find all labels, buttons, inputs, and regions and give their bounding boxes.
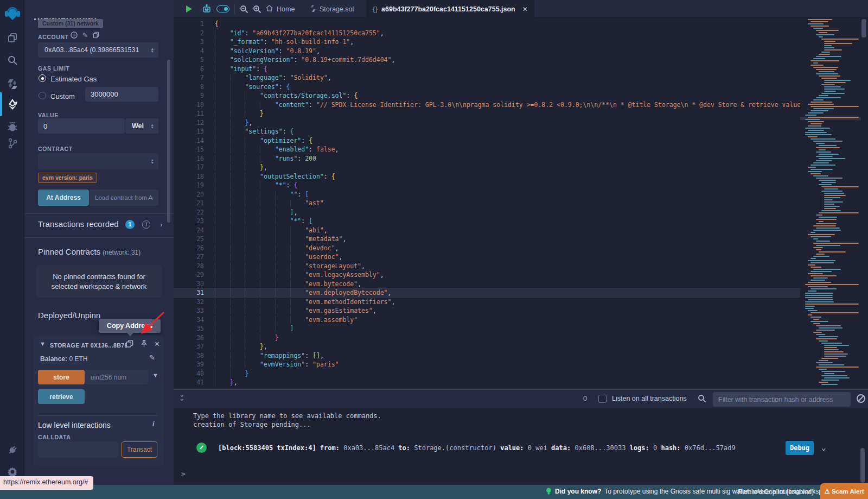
close-contract-icon[interactable]: ✕ (154, 340, 160, 348)
code-line[interactable]: }, (215, 378, 868, 387)
remix-logo-icon[interactable] (0, 4, 24, 23)
expand-terminal-icon[interactable]: ⌄⌄ (180, 393, 184, 400)
at-address-input[interactable] (90, 190, 158, 206)
at-address-button[interactable]: At Address (38, 190, 89, 206)
code-line[interactable]: "metadata", (215, 235, 868, 244)
code-line[interactable]: "settings": { (215, 127, 868, 136)
code-line[interactable]: { (215, 20, 868, 29)
expand-store-chevron-icon[interactable]: ▼ (152, 372, 158, 378)
collapse-contract-chevron-icon[interactable]: ▼ (40, 340, 46, 347)
panel-scrollbar[interactable] (167, 60, 170, 223)
code-line[interactable]: "ast" (215, 199, 868, 208)
code-line[interactable]: } (215, 333, 868, 343)
code-line[interactable]: "outputSelection": { (215, 172, 868, 181)
code-line[interactable]: "*": { (215, 181, 868, 190)
store-button[interactable]: store (38, 370, 85, 384)
code-line[interactable]: "optimizer": { (215, 136, 868, 146)
copy-account-icon[interactable] (93, 31, 99, 40)
terminal-prompt[interactable]: > (181, 470, 186, 478)
minimap-line (821, 375, 847, 376)
code-line[interactable]: "storageLayout", (215, 262, 868, 271)
transact-button[interactable]: Transact (122, 441, 157, 458)
code-line[interactable]: } (215, 369, 868, 378)
close-tab-icon[interactable]: ✕ (522, 5, 528, 13)
expand-transactions-chevron-icon[interactable]: › (160, 220, 162, 229)
run-script-icon[interactable] (182, 0, 195, 18)
code-line[interactable]: "userdoc", (215, 252, 868, 262)
debugger-icon[interactable] (0, 117, 24, 136)
tab-home[interactable]: Home (259, 0, 301, 18)
contract-select[interactable]: ▲▼ (38, 153, 158, 169)
code-line[interactable]: "": [ (215, 190, 868, 199)
code-line[interactable]: "evm.assembly" (215, 315, 868, 325)
file-explorer-icon[interactable] (0, 28, 24, 47)
code-line[interactable]: }, (215, 118, 868, 128)
info-icon[interactable]: i (152, 420, 154, 428)
estimated-gas-radio[interactable] (39, 74, 46, 82)
copy-address-icon[interactable] (126, 339, 133, 350)
code-line[interactable]: ] (215, 324, 868, 333)
code-line[interactable]: "evm.deployedBytecode", (174, 288, 801, 298)
plugin-manager-icon[interactable] (0, 441, 24, 459)
value-input[interactable] (38, 118, 125, 134)
code-line[interactable]: } (215, 109, 868, 118)
code-line[interactable]: "evm.methodIdentifiers", (215, 298, 868, 307)
code-line[interactable]: "input": { (215, 65, 868, 74)
remixai-robot-icon[interactable] (200, 0, 214, 18)
ai-copilot-toggle[interactable] (215, 0, 231, 18)
code-line[interactable]: "id": "a69b43f277ba20fcac141151250ca755"… (215, 29, 868, 38)
retrieve-button[interactable]: retrieve (38, 389, 85, 404)
code-line[interactable]: ], (215, 208, 868, 217)
debug-button[interactable]: Debug (786, 441, 814, 455)
info-icon[interactable]: i (142, 220, 150, 229)
scam-alert-button[interactable]: ⚠ Scam Alert (820, 483, 868, 499)
edit-account-icon[interactable]: ✎ (82, 31, 88, 40)
custom-gas-radio[interactable] (39, 92, 46, 99)
code-line[interactable]: }, (215, 163, 868, 172)
store-arg-input[interactable] (85, 370, 148, 384)
zoom-out-icon[interactable] (238, 0, 251, 18)
code-line[interactable]: "runs": 200 (215, 154, 868, 163)
code-line[interactable]: "devdoc", (215, 244, 868, 253)
listen-all-checkbox[interactable] (598, 395, 607, 403)
transaction-log-row[interactable]: ✓ [block:5583405 txIndex:4] from: 0xa03.… (193, 439, 850, 457)
solidity-compiler-icon[interactable] (0, 75, 24, 93)
transactions-recorded-row[interactable]: Transactions recorded 1 i › (38, 219, 163, 229)
deploy-and-run-icon[interactable] (0, 95, 24, 113)
tab-build-info-json[interactable]: { } a69b43f277ba20fcac141151250ca755.jso… (366, 0, 534, 18)
pin-contract-icon[interactable] (141, 339, 148, 350)
transaction-filter-input[interactable] (713, 392, 851, 407)
code-line[interactable]: "evmVersion": "paris" (215, 360, 868, 369)
edit-balance-icon[interactable]: ✎ (149, 353, 155, 362)
search-icon[interactable] (0, 51, 24, 70)
clear-console-icon[interactable] (857, 394, 865, 403)
calldata-input[interactable] (38, 441, 118, 458)
add-account-icon[interactable] (71, 31, 78, 40)
code-line[interactable]: "solcVersion": "0.8.19", (215, 47, 868, 56)
code-line[interactable]: "contracts/Storage.sol": { (215, 91, 868, 100)
copilot-status[interactable]: RemixAI Copilot (enabled) (738, 488, 814, 496)
editor-scrollbar[interactable] (861, 19, 866, 37)
value-unit-select[interactable]: Wei ▲▼ (125, 118, 158, 134)
code-line[interactable]: "_format": "hh-sol-build-info-1", (215, 37, 868, 47)
code-line[interactable]: "content": "// SPDX-License-Identifier: … (215, 100, 868, 110)
minimap[interactable] (800, 18, 861, 389)
terminal-scrollbar[interactable] (860, 448, 865, 483)
account-select[interactable]: 0xA03...85ac4 (0.39866531531 ▲▼ (38, 42, 158, 58)
git-icon[interactable] (0, 134, 24, 153)
code-line[interactable]: "evm.gasEstimates", (215, 306, 868, 315)
custom-gas-input[interactable] (85, 87, 158, 102)
code-line[interactable]: "remappings": [], (215, 351, 868, 361)
code-line[interactable]: "enabled": false, (215, 145, 868, 154)
code-line[interactable]: "evm.bytecode", (215, 280, 868, 289)
code-line[interactable]: "evm.legacyAssembly", (215, 270, 868, 280)
code-editor[interactable]: 1234567891011121314151617181920212223242… (174, 18, 868, 389)
code-line[interactable]: "language": "Solidity", (215, 73, 868, 83)
code-line[interactable]: "solcLongVersion": "0.8.19+commit.7dd6d4… (215, 55, 868, 65)
code-line[interactable]: }, (215, 342, 868, 351)
expand-tx-chevron-icon[interactable]: ⌄ (821, 443, 826, 452)
code-line[interactable]: "abi", (215, 226, 868, 235)
code-line[interactable]: "sources": { (215, 83, 868, 92)
code-line[interactable]: "*": [ (215, 217, 868, 226)
tab-storage-sol[interactable]: Storage.sol (304, 0, 360, 18)
